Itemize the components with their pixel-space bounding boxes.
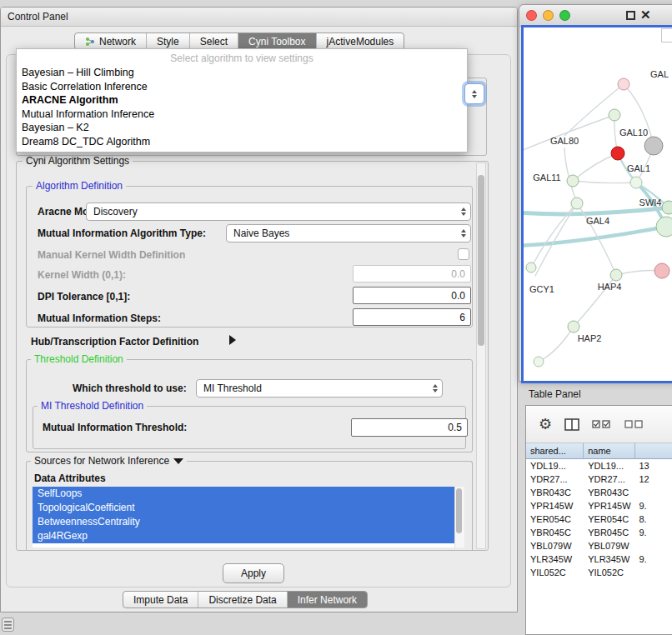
tab-cyni-toolbox[interactable]: Cyni Toolbox (238, 33, 316, 49)
settings-scrollbar[interactable] (476, 162, 486, 549)
network-node[interactable] (567, 175, 579, 187)
tab-cyni-toolbox-label: Cyni Toolbox (248, 36, 305, 48)
algorithm-definition-title: Algorithm Definition (33, 181, 126, 192)
collapsed-panel-icon[interactable] (2, 618, 14, 632)
table-row[interactable]: YBL079WYBL079W (526, 539, 672, 552)
tab-jactivemodules[interactable]: jActiveModules (317, 33, 404, 49)
network-scrollbar-stub[interactable] (661, 28, 672, 42)
network-node[interactable] (571, 198, 583, 209)
zoom-window-icon[interactable] (559, 10, 570, 21)
show-columns-icon[interactable] (564, 418, 579, 431)
hub-expand-icon[interactable] (229, 335, 236, 345)
attribute-item-selected[interactable]: SelfLoops (33, 487, 464, 501)
table-row[interactable]: YLR345WYLR345W9. (526, 552, 672, 566)
network-edge[interactable] (524, 227, 666, 246)
sources-collapse-icon[interactable] (173, 458, 183, 464)
network-node-label: GAL4 (586, 216, 609, 226)
column-header-shared-name[interactable]: shared... (526, 443, 584, 459)
table-cell: YBL079W (584, 539, 634, 552)
column-header-name[interactable]: name (584, 443, 634, 459)
algorithm-option-aracne[interactable]: ARACNE Algorithm (17, 93, 467, 108)
network-node[interactable] (662, 201, 672, 214)
attribute-item-selected[interactable]: BetweennessCentrality (33, 515, 464, 529)
tab-impute-data[interactable]: Impute Data (123, 592, 198, 608)
settings-icon[interactable]: ⚙ (539, 417, 552, 432)
which-threshold-combo[interactable]: MI Threshold (196, 379, 443, 398)
algorithm-option[interactable]: Basic Correlation Inference (17, 80, 467, 94)
mi-steps-input[interactable]: 6 (353, 308, 471, 326)
table-cell: YER054C (526, 512, 584, 526)
dpi-tolerance-input[interactable]: 0.0 (353, 287, 471, 304)
table-header: shared... name (526, 443, 672, 459)
hub-definition-label: Hub/Transcription Factor Definition (31, 336, 198, 348)
table-cell: YPR145W (526, 499, 584, 512)
kernel-width-input[interactable]: 0.0 (353, 265, 471, 282)
table-row[interactable]: YPR145WYPR145W9. (526, 499, 672, 512)
which-threshold-label: Which threshold to use: (73, 382, 187, 394)
attributes-scrollbar-thumb[interactable] (456, 488, 462, 533)
table-row[interactable]: YIL052CYIL052C (526, 566, 672, 579)
network-node[interactable] (630, 177, 642, 188)
apply-button[interactable]: Apply (223, 563, 284, 583)
close-panel-button[interactable]: ✕ (640, 8, 651, 22)
table-row[interactable]: YDL19...YDL19...13 (526, 459, 672, 472)
network-node-label: GAL11 (533, 172, 560, 182)
network-node[interactable] (618, 78, 629, 90)
algorithm-combo-stepper[interactable] (464, 83, 484, 104)
network-node[interactable] (656, 217, 672, 237)
cyni-mode-tabs: Impute Data Discretize Data Infer Networ… (123, 591, 368, 608)
network-edge[interactable] (524, 115, 614, 152)
network-node[interactable] (610, 269, 622, 281)
settings-scrollbar-thumb[interactable] (478, 175, 484, 346)
attribute-item-selected[interactable]: gal4RGexp (33, 529, 464, 543)
column-header-clipped[interactable] (635, 443, 672, 459)
algorithm-option[interactable]: Mutual Information Inference (17, 108, 467, 122)
tab-infer-network[interactable]: Infer Network (288, 592, 367, 608)
tab-discretize-data[interactable]: Discretize Data (198, 592, 287, 608)
network-node[interactable] (534, 357, 544, 367)
network-node[interactable] (609, 109, 620, 121)
control-panel-titlebar[interactable]: Control Panel (1, 8, 517, 27)
table-row[interactable]: YBR043CYBR043C (526, 486, 672, 499)
table-cell: YDL19... (526, 459, 584, 472)
data-attributes-list[interactable]: SelfLoops TopologicalCoefficient Between… (33, 487, 464, 548)
network-edge[interactable] (573, 181, 636, 183)
table-cell: YDL19... (584, 459, 634, 472)
minimize-window-icon[interactable] (543, 10, 554, 21)
aracne-mode-combo[interactable]: Discovery (86, 202, 471, 221)
network-node[interactable] (568, 321, 579, 332)
table-row[interactable]: YER054CYER054C8. (526, 512, 672, 526)
algorithm-option[interactable]: Dream8 DC_TDC Algorithm (17, 135, 467, 149)
table-row[interactable]: YBR045CYBR045C9. (526, 526, 672, 539)
table-cell: 12 (635, 472, 672, 486)
network-edge[interactable] (573, 153, 618, 181)
table-row[interactable]: YDR27...YDR27...12 (526, 472, 672, 486)
close-window-icon[interactable] (526, 10, 537, 21)
network-node[interactable] (611, 147, 624, 160)
network-node[interactable] (654, 263, 669, 278)
network-canvas[interactable]: GALGAL80GAL10GAL1GAL11SWI4GAL4GCY1HAP4HA… (524, 28, 672, 381)
network-node[interactable] (526, 262, 536, 272)
mi-threshold-input[interactable]: 0.5 (351, 418, 468, 437)
attribute-item-selected[interactable]: TopologicalCoefficient (33, 501, 464, 515)
float-panel-button[interactable] (626, 11, 635, 20)
tab-network[interactable]: Network (75, 33, 147, 49)
network-node[interactable] (644, 137, 663, 155)
select-all-icon[interactable] (592, 419, 612, 429)
manual-kernel-width-checkbox[interactable] (458, 248, 469, 260)
table-cell: YLR345W (526, 552, 584, 566)
table-cell: YIL052C (526, 566, 584, 579)
table-cell: 9. (635, 526, 672, 539)
algorithm-option[interactable]: Bayesian – K2 (17, 121, 467, 135)
network-edge[interactable] (539, 327, 574, 362)
tab-style[interactable]: Style (147, 33, 190, 49)
mi-algorithm-type-combo[interactable]: Naive Bayes (226, 224, 471, 242)
stepper-up-icon (472, 90, 477, 93)
network-edge[interactable] (524, 208, 669, 214)
deselect-all-icon[interactable] (624, 419, 644, 429)
tab-select[interactable]: Select (190, 33, 238, 49)
algorithm-option[interactable]: Bayesian – Hill Climbing (17, 66, 467, 80)
algorithm-dropdown-popup: Select algorithm to view settings Bayesi… (16, 48, 468, 152)
table-panel: ⚙ shared... name YDL19...YDL19...13YDR27… (525, 405, 672, 635)
attributes-scrollbar[interactable] (454, 487, 464, 548)
